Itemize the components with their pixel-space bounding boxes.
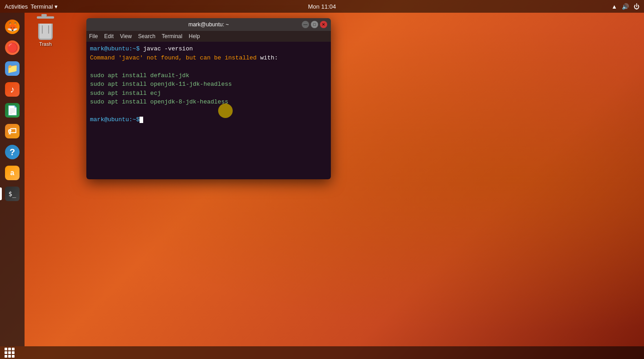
desktop-trash[interactable]: Trash bbox=[30, 16, 61, 47]
terminal-line-3: sudo apt install default-jdk bbox=[90, 71, 327, 80]
sidebar-item-rhythmbox[interactable]: ♪ bbox=[3, 80, 22, 99]
terminal-line-blank1 bbox=[90, 62, 327, 71]
topbar-left: Activities Terminal ▾ bbox=[5, 3, 58, 10]
dot-8 bbox=[8, 355, 11, 358]
trash-label: Trash bbox=[39, 41, 52, 47]
terminal-menubar: File Edit View Search Terminal Help bbox=[86, 31, 331, 42]
rhythmbox-icon: ♪ bbox=[5, 82, 20, 97]
dot-1 bbox=[5, 348, 7, 350]
sidebar-item-appstore[interactable]: 🏷 bbox=[3, 122, 22, 141]
suggestion-2: sudo apt install openjdk-11-jdk-headless bbox=[90, 81, 232, 88]
sidebar-item-ubuntu[interactable]: 🔴 bbox=[3, 38, 22, 57]
power-icon[interactable]: ⏻ bbox=[634, 3, 639, 10]
terminal-current-line: mark@ubuntu:~$ bbox=[90, 115, 327, 124]
error-line-cont: with: bbox=[260, 54, 278, 61]
dot-4 bbox=[5, 351, 7, 354]
menu-edit[interactable]: Edit bbox=[104, 33, 114, 39]
dot-7 bbox=[5, 355, 7, 358]
topbar-app-name[interactable]: Terminal ▾ bbox=[30, 3, 58, 10]
error-line: Command 'javac' not found, but can be in… bbox=[90, 54, 260, 61]
network-icon[interactable]: ▲ bbox=[611, 3, 617, 10]
firefox-icon: 🦊 bbox=[5, 20, 20, 34]
sidebar-item-firefox[interactable]: 🦊 bbox=[3, 17, 22, 36]
suggestion-1: sudo apt install default-jdk bbox=[90, 72, 189, 79]
terminal-title: mark@ubuntu: ~ bbox=[188, 21, 229, 28]
taskbar bbox=[0, 346, 644, 359]
trash-body bbox=[38, 24, 53, 40]
sidebar-item-help[interactable]: ? bbox=[3, 143, 22, 162]
trash-icon bbox=[35, 16, 56, 39]
close-button[interactable]: ✕ bbox=[320, 21, 327, 28]
terminal-titlebar: mark@ubuntu: ~ — □ ✕ bbox=[86, 18, 331, 31]
terminal-line-5: sudo apt install ecj bbox=[90, 89, 327, 98]
activities-button[interactable]: Activities bbox=[5, 3, 28, 10]
menu-search[interactable]: Search bbox=[138, 33, 155, 39]
terminal-line-4: sudo apt install openjdk-11-jdk-headless bbox=[90, 80, 327, 89]
menu-file[interactable]: File bbox=[89, 33, 98, 39]
terminal-line-blank2 bbox=[90, 107, 327, 116]
sidebar-item-libreoffice[interactable]: 📄 bbox=[3, 101, 22, 120]
menu-view[interactable]: View bbox=[120, 33, 132, 39]
dot-6 bbox=[12, 351, 15, 354]
terminal-controls: — □ ✕ bbox=[302, 21, 327, 28]
terminal-line-1: mark@ubuntu:~$ javac -version bbox=[90, 44, 327, 54]
sidebar-item-files[interactable]: 📁 bbox=[3, 59, 22, 78]
terminal-line-2: Command 'javac' not found, but can be in… bbox=[90, 54, 327, 63]
topbar-app-arrow: ▾ bbox=[55, 3, 58, 10]
terminal-line-6: sudo apt install openjdk-8-jdk-headless bbox=[90, 98, 327, 107]
suggestion-3: sudo apt install ecj bbox=[90, 90, 161, 97]
topbar-datetime: Mon 11:04 bbox=[308, 3, 336, 10]
minimize-button[interactable]: — bbox=[302, 21, 309, 28]
menu-help[interactable]: Help bbox=[189, 33, 200, 39]
sidebar-item-amazon[interactable]: a bbox=[3, 163, 22, 182]
help-icon: ? bbox=[5, 145, 20, 159]
files-icon: 📁 bbox=[5, 61, 20, 76]
prompt-1: mark@ubuntu:~$ bbox=[90, 45, 140, 52]
command-1: javac -version bbox=[140, 45, 193, 52]
trash-lid bbox=[37, 16, 54, 19]
menu-terminal[interactable]: Terminal bbox=[162, 33, 182, 39]
volume-icon[interactable]: 🔊 bbox=[622, 3, 629, 10]
terminal-icon: $_ bbox=[5, 187, 20, 201]
libreoffice-icon: 📄 bbox=[5, 103, 20, 118]
sidebar-item-terminal[interactable]: $_ bbox=[3, 184, 22, 203]
maximize-button[interactable]: □ bbox=[311, 21, 318, 28]
dot-5 bbox=[8, 351, 11, 354]
dot-2 bbox=[8, 348, 11, 350]
current-prompt: mark@ubuntu:~$ bbox=[90, 116, 140, 123]
suggestion-4: sudo apt install openjdk-8-jdk-headless bbox=[90, 98, 228, 105]
show-applications-button[interactable] bbox=[5, 348, 17, 358]
terminal-window: mark@ubuntu: ~ — □ ✕ File Edit View Sear… bbox=[86, 18, 331, 179]
ubuntu-icon: 🔴 bbox=[5, 40, 20, 55]
topbar: Activities Terminal ▾ Mon 11:04 ▲ 🔊 ⏻ bbox=[0, 0, 644, 13]
cursor bbox=[140, 117, 143, 123]
topbar-right: ▲ 🔊 ⏻ bbox=[611, 3, 639, 10]
amazon-icon: a bbox=[5, 166, 20, 180]
dot-9 bbox=[12, 355, 15, 358]
terminal-body[interactable]: mark@ubuntu:~$ javac -version Command 'j… bbox=[86, 42, 331, 179]
topbar-app-label: Terminal bbox=[30, 3, 53, 10]
dot-3 bbox=[12, 348, 15, 350]
sidebar-dock: 🦊 🔴 📁 ♪ 📄 🏷 ? a $_ bbox=[0, 13, 25, 346]
appstore-icon: 🏷 bbox=[5, 124, 20, 138]
